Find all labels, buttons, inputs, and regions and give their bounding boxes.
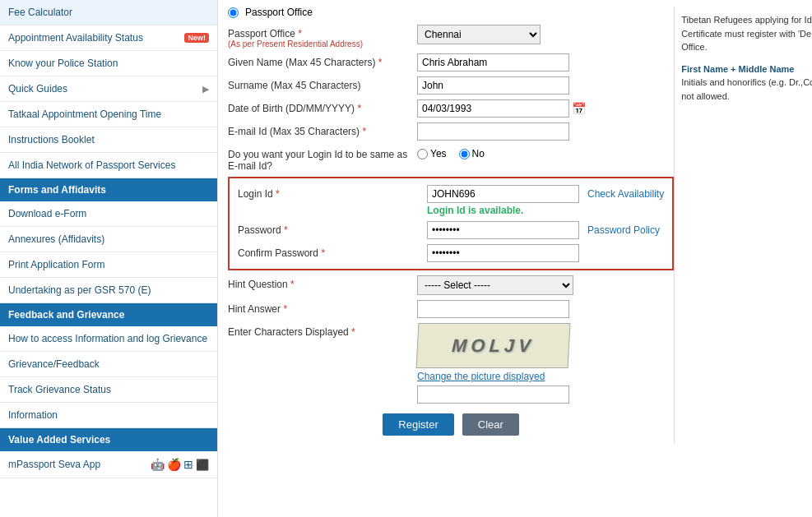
login-same-radio-group: Yes No	[417, 145, 674, 159]
name-note: First Name + Middle Name Initials and ho…	[681, 62, 812, 104]
android-icon: 🤖	[151, 458, 165, 471]
passport-office-select[interactable]: Chennai Delhi Mumbai Bangalore	[417, 25, 541, 44]
password-input[interactable]	[427, 221, 579, 239]
sidebar-item-how-to-access[interactable]: How to access Information and log Grieva…	[0, 326, 217, 352]
hint-question-label: Hint Question *	[228, 275, 417, 290]
register-button[interactable]: Register	[383, 413, 453, 436]
sidebar-item-tatkaal[interactable]: Tatkaal Appointment Opening Time	[0, 102, 217, 127]
login-available-message: Login Id is available.	[427, 205, 664, 216]
email-input[interactable]	[417, 122, 569, 141]
sidebar-item-quick-guides[interactable]: Quick Guides ▶	[0, 76, 217, 102]
hint-question-row: Hint Question * ----- Select -----	[228, 275, 674, 295]
right-info-panel: Tibetan Refugees applying for Identity C…	[674, 7, 812, 444]
windows-icon: ⊞	[183, 458, 193, 471]
tibetan-note: Tibetan Refugees applying for Identity C…	[681, 13, 812, 54]
passport-office-label: Passport Office * (As per Present Reside…	[228, 25, 417, 48]
given-name-input[interactable]	[417, 53, 569, 72]
apple-icon: 🍎	[167, 458, 181, 471]
hint-answer-input[interactable]	[417, 300, 569, 318]
login-id-row: Login Id * Check Availability Login Id i…	[238, 185, 664, 216]
login-same-yes-label[interactable]: Yes	[417, 148, 447, 159]
confirm-password-row: Confirm Password *	[238, 244, 664, 262]
login-id-input[interactable]	[427, 185, 579, 203]
sidebar-item-track-grievance[interactable]: Track Grievance Status	[0, 377, 217, 403]
section-value-header: Value Added Services	[0, 428, 217, 451]
password-label: Password *	[238, 221, 427, 236]
password-policy-link[interactable]: Password Policy	[587, 224, 660, 236]
hint-answer-row: Hint Answer *	[228, 300, 674, 318]
sidebar-item-undertaking[interactable]: Undertaking as per GSR 570 (E)	[0, 278, 217, 303]
sidebar-item-fee-calculator[interactable]: Fee Calculator	[0, 0, 217, 25]
sidebar-item-all-india[interactable]: All India Network of Passport Services	[0, 153, 217, 178]
form-buttons: Register Clear	[228, 413, 674, 444]
login-same-no-radio[interactable]	[459, 149, 470, 159]
passport-office-row: Passport Office * (As per Present Reside…	[228, 25, 674, 48]
sidebar-item-information[interactable]: Information	[0, 403, 217, 428]
login-same-email-row: Do you want your Login Id to be same as …	[228, 145, 674, 172]
change-captcha-link[interactable]: Change the picture displayed	[417, 371, 674, 382]
login-credentials-box: Login Id * Check Availability Login Id i…	[228, 177, 674, 270]
given-name-label: Given Name (Max 45 Characters) *	[228, 53, 417, 68]
hint-question-select[interactable]: ----- Select -----	[417, 275, 573, 295]
passport-office-type-row: Passport Office	[228, 7, 674, 18]
surname-input[interactable]	[417, 76, 569, 95]
captcha-image: MOLJV	[416, 323, 571, 368]
confirm-password-input[interactable]	[427, 244, 579, 262]
passport-office-input: Chennai Delhi Mumbai Bangalore	[417, 25, 674, 44]
login-same-no-label[interactable]: No	[459, 148, 485, 159]
sidebar-item-download-eform[interactable]: Download e-Form	[0, 201, 217, 227]
check-availability-link[interactable]: Check Availability	[587, 188, 664, 200]
sidebar-item-appointment-availability[interactable]: Appointment Availability Status New!	[0, 25, 217, 51]
calendar-icon[interactable]: 📅	[572, 102, 586, 115]
password-row: Password * Password Policy	[238, 221, 664, 239]
surname-label: Surname (Max 45 Characters)	[228, 76, 417, 91]
dob-input[interactable]	[417, 99, 569, 118]
sidebar: Fee Calculator Appointment Availability …	[0, 0, 218, 517]
blackberry-icon: ⬛	[196, 459, 209, 471]
clear-button[interactable]: Clear	[462, 413, 519, 436]
sidebar-item-know-police-station[interactable]: Know your Police Station	[0, 51, 217, 76]
sidebar-item-annexures[interactable]: Annexures (Affidavits)	[0, 227, 217, 252]
dob-label: Date of Birth (DD/MM/YYYY) *	[228, 99, 417, 114]
passport-office-radio-label[interactable]: Passport Office	[245, 7, 313, 18]
hint-answer-label: Hint Answer *	[228, 300, 417, 315]
section-feedback-header: Feedback and Grievance	[0, 303, 217, 326]
given-name-row: Given Name (Max 45 Characters) *	[228, 53, 674, 72]
main-content: Passport Office Passport Office * (As pe…	[218, 0, 812, 517]
captcha-input[interactable]	[417, 385, 569, 404]
email-label: E-mail Id (Max 35 Characters) *	[228, 122, 417, 137]
sidebar-item-print-application[interactable]: Print Application Form	[0, 252, 217, 278]
login-same-email-label: Do you want your Login Id to be same as …	[228, 145, 417, 172]
login-same-yes-radio[interactable]	[417, 149, 428, 159]
sidebar-item-instructions[interactable]: Instructions Booklet	[0, 127, 217, 153]
chevron-right-icon: ▶	[202, 84, 209, 95]
sidebar-item-mpassport[interactable]: mPassport Seva App 🤖 🍎 ⊞ ⬛	[0, 451, 217, 478]
email-row: E-mail Id (Max 35 Characters) *	[228, 122, 674, 141]
sidebar-item-grievance-feedback[interactable]: Grievance/Feedback	[0, 352, 217, 377]
surname-row: Surname (Max 45 Characters)	[228, 76, 674, 95]
section-forms-header: Forms and Affidavits	[0, 178, 217, 201]
dob-row: Date of Birth (DD/MM/YYYY) * 📅	[228, 99, 674, 118]
login-id-label: Login Id *	[238, 185, 427, 200]
captcha-label: Enter Characters Displayed *	[228, 323, 417, 338]
confirm-password-label: Confirm Password *	[238, 244, 427, 259]
captcha-row: Enter Characters Displayed * MOLJV Chang…	[228, 323, 674, 404]
new-badge: New!	[184, 33, 209, 43]
passport-office-radio[interactable]	[228, 7, 239, 18]
